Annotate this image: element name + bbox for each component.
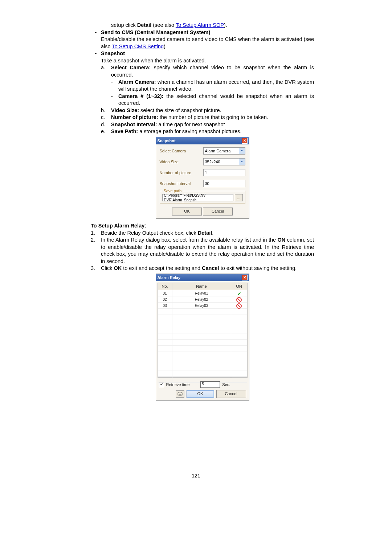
- retrieve-time-input[interactable]: 5: [200, 381, 220, 388]
- text: Take a snapshot when the alarm is activa…: [101, 57, 314, 65]
- document-page: setup click Detail (see also To Setup Al…: [0, 0, 392, 554]
- cancel-button[interactable]: Cancel: [216, 390, 246, 398]
- bold: Snapshot Interval:: [111, 122, 157, 127]
- bullet-send-to-cms: - Send to CMS (Central Management System…: [91, 29, 314, 50]
- label-video-size: Video Size: [160, 159, 203, 165]
- table-row-empty: [158, 370, 247, 377]
- alpha-marker: a.: [101, 64, 111, 78]
- snapshot-dialog-titlebar: Snapshot ✕: [156, 137, 249, 144]
- dialog-title: Snapshot: [158, 138, 176, 144]
- bold: Alarm Camera:: [118, 79, 156, 85]
- table-row-empty: [158, 346, 247, 352]
- snapshot-dialog: Snapshot ✕ Select Camera Alarm Camera ▼ …: [156, 137, 249, 219]
- value: 1: [205, 170, 207, 176]
- cell-on[interactable]: [231, 303, 247, 308]
- snapshot-heading: Snapshot: [101, 50, 314, 57]
- value: 30: [205, 181, 209, 186]
- alpha-marker: d.: [101, 121, 111, 128]
- svg-rect-1: [178, 393, 182, 395]
- sec-label: Sec.: [222, 382, 230, 387]
- browse-button[interactable]: ...: [235, 194, 243, 201]
- col-header-name[interactable]: Name: [172, 283, 231, 290]
- table-row-empty: [158, 358, 247, 364]
- text: a time gap for next snapshot: [157, 122, 225, 127]
- text: (see also: [151, 22, 176, 28]
- bold: ON: [277, 237, 285, 243]
- cell-no: 01: [158, 290, 172, 296]
- close-icon[interactable]: ✕: [242, 275, 248, 280]
- table-row[interactable]: 02Relay02: [158, 296, 247, 303]
- select-camera-dropdown[interactable]: Alarm Camera ▼: [203, 147, 245, 155]
- num-marker: 3.: [91, 265, 101, 272]
- ok-button[interactable]: OK: [187, 390, 214, 398]
- text: ): [164, 44, 166, 49]
- chevron-down-icon: ▼: [239, 159, 245, 165]
- alpha-marker: b.: [101, 107, 111, 114]
- num-picture-input[interactable]: 1: [203, 169, 245, 176]
- text: ).: [224, 22, 227, 28]
- value: C:\Program Files\DSS\NV DVR\Alarm_Snapsh: [164, 193, 232, 203]
- printer-icon[interactable]: [176, 390, 184, 398]
- table-row-empty: [158, 327, 247, 333]
- cms-heading: Send to CMS (Central Management System): [101, 29, 314, 36]
- alpha-marker: e.: [101, 128, 111, 135]
- bold: Select Camera:: [111, 65, 151, 70]
- label-interval: Snapshot Interval: [160, 181, 203, 186]
- disabled-icon: [236, 303, 242, 309]
- retrieve-time-checkbox[interactable]: ✔: [159, 382, 164, 387]
- dash-marker: -: [111, 79, 118, 93]
- table-row[interactable]: 01Relay01✔: [158, 290, 247, 296]
- text: to exit without saving the setting.: [219, 265, 297, 271]
- bullet-marker: -: [91, 50, 101, 135]
- cell-on[interactable]: [231, 296, 247, 302]
- text: a storage path for saving snapshot pictu…: [138, 128, 241, 134]
- save-path-input[interactable]: C:\Program Files\DSS\NV DVR\Alarm_Snapsh: [162, 194, 233, 201]
- relay-table: No. Name ON 01Relay01✔02Relay0203Relay03: [158, 283, 248, 378]
- interval-input[interactable]: 30: [203, 180, 245, 187]
- bold: Cancel: [202, 265, 219, 271]
- retrieve-time-label: Retrieve time: [166, 382, 190, 387]
- col-header-no[interactable]: No.: [158, 283, 172, 290]
- link-alarm-sop[interactable]: To Setup Alarm SOP: [176, 22, 224, 28]
- prev-fragment: setup click Detail (see also To Setup Al…: [91, 22, 314, 29]
- page-number: 121: [0, 472, 392, 479]
- cell-on[interactable]: ✔: [231, 290, 247, 296]
- text: setup click: [111, 22, 137, 28]
- bold: Camera # (1~32):: [118, 93, 163, 99]
- bullet-snapshot: - Snapshot Take a snapshot when the alar…: [91, 50, 314, 135]
- chevron-down-icon: ▼: [239, 148, 245, 154]
- alarm-relay-heading: To Setup Alarm Relay:: [91, 222, 314, 230]
- table-row[interactable]: 03Relay03: [158, 303, 247, 309]
- value: Alarm Camera: [205, 148, 231, 154]
- text: Click: [101, 265, 114, 271]
- num-marker: 1.: [91, 230, 101, 237]
- bold: Number of picture:: [111, 114, 158, 120]
- label-select-camera: Select Camera: [160, 148, 203, 154]
- cell-name: Relay01: [172, 290, 231, 296]
- table-row-empty: [158, 321, 247, 327]
- cancel-button[interactable]: Cancel: [203, 208, 233, 216]
- text: Beside the Relay Output check box, click: [101, 230, 198, 236]
- video-size-dropdown[interactable]: 352x240 ▼: [203, 158, 245, 165]
- table-row-empty: [158, 340, 247, 346]
- text: .: [212, 230, 213, 236]
- bold: Save Path:: [111, 128, 138, 134]
- table-row-empty: [158, 333, 247, 340]
- link-cms-setting[interactable]: To Setup CMS Setting: [112, 44, 164, 49]
- close-icon[interactable]: ✕: [242, 138, 248, 144]
- label-num-picture: Number of picture: [160, 170, 203, 176]
- bold-detail: Detail: [137, 22, 152, 28]
- table-row-empty: [158, 315, 247, 321]
- bold: Video Size:: [111, 107, 139, 113]
- check-icon: ✔: [237, 291, 241, 296]
- alarm-relay-dialog: Alarm Relay ✕ No. Name ON 01Relay01✔02Re…: [156, 274, 249, 401]
- alarm-relay-titlebar: Alarm Relay ✕: [156, 274, 249, 281]
- cell-name: Relay03: [172, 303, 231, 308]
- cell-no: 03: [158, 303, 172, 308]
- dash-marker: -: [111, 93, 118, 107]
- ok-button[interactable]: OK: [172, 208, 202, 216]
- col-header-on[interactable]: ON: [231, 283, 247, 290]
- save-path-group: Save path C:\Program Files\DSS\NV DVR\Al…: [160, 191, 245, 204]
- text: In the Alarm Relay dialog box, select fr…: [101, 237, 277, 243]
- table-header: No. Name ON: [158, 283, 247, 290]
